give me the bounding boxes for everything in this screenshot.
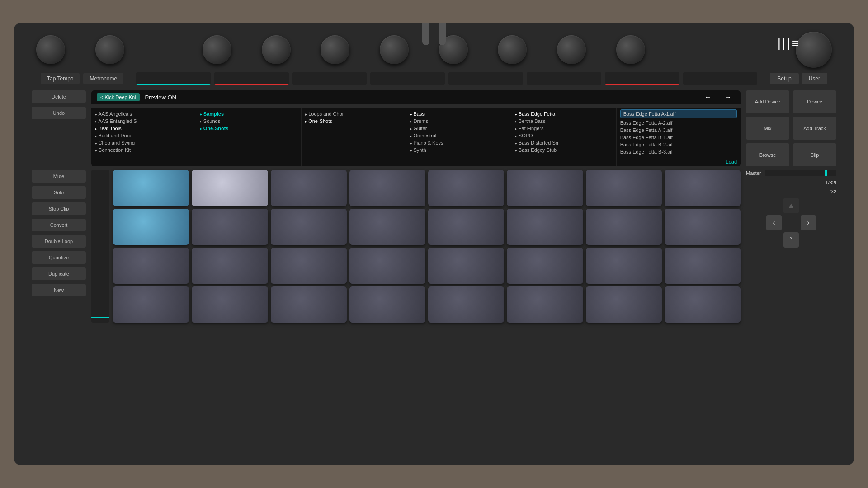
- knob-8[interactable]: [498, 35, 527, 64]
- pad-2-7[interactable]: [586, 209, 662, 245]
- browser-item-one-shots[interactable]: One-Shots: [200, 125, 297, 132]
- setup-button[interactable]: Setup: [770, 73, 798, 84]
- pad-2-3[interactable]: [271, 209, 347, 245]
- file-item-b1[interactable]: Bass Edge Fetta B-1.aif: [620, 134, 737, 141]
- touch-strip[interactable]: [91, 170, 109, 323]
- metronome-button[interactable]: Metronome: [83, 73, 123, 84]
- tap-tempo-button[interactable]: Tap Tempo: [41, 73, 80, 84]
- pad-3-1[interactable]: [113, 248, 189, 284]
- knob-10[interactable]: [616, 35, 645, 64]
- knob-right-large[interactable]: [796, 32, 832, 68]
- nav-down-button[interactable]: ˅: [783, 232, 799, 248]
- browser-item-orchestral[interactable]: Orchestral: [410, 132, 507, 139]
- pad-3-6[interactable]: [507, 248, 583, 284]
- file-item-b3[interactable]: Bass Edge Fetta B-3.aif: [620, 148, 737, 155]
- pad-2-1[interactable]: [113, 209, 189, 245]
- browser-item-aas-angelicals[interactable]: AAS Angelicals: [95, 110, 192, 117]
- browser-item-one-shots-2[interactable]: One-Shots: [305, 117, 402, 125]
- mix-button[interactable]: Mix: [746, 117, 789, 140]
- pad-3-8[interactable]: [665, 248, 741, 284]
- nav-left-button[interactable]: ←: [701, 93, 715, 101]
- knob-4[interactable]: [262, 35, 291, 64]
- convert-button[interactable]: Convert: [32, 219, 86, 231]
- pad-3-2[interactable]: [192, 248, 268, 284]
- nav-right-button[interactable]: →: [721, 93, 735, 101]
- fader-1[interactable]: [136, 72, 211, 85]
- pad-2-5[interactable]: [428, 209, 504, 245]
- fader-6[interactable]: [527, 72, 601, 85]
- browser-item-sqpo[interactable]: SQPO: [515, 132, 612, 139]
- pad-2-2[interactable]: [192, 209, 268, 245]
- pad-4-3[interactable]: [271, 286, 347, 323]
- file-item-a3[interactable]: Bass Edge Fetta A-3.aif: [620, 127, 737, 134]
- load-button[interactable]: Load: [620, 159, 737, 164]
- mute-button[interactable]: Mute: [32, 170, 86, 183]
- knob-2[interactable]: [95, 35, 124, 64]
- pad-1-8[interactable]: [665, 170, 741, 206]
- pad-1-2[interactable]: [192, 170, 268, 206]
- pad-1-6[interactable]: [507, 170, 583, 206]
- duplicate-button[interactable]: Duplicate: [32, 267, 86, 280]
- quantize-button[interactable]: Quantize: [32, 251, 86, 264]
- knob-5[interactable]: [321, 35, 349, 64]
- add-device-button[interactable]: Add Device: [746, 90, 789, 113]
- file-item-a2[interactable]: Bass Edge Fetta A-2.aif: [620, 119, 737, 127]
- pad-2-8[interactable]: [665, 209, 741, 245]
- browser-item-guitar[interactable]: Guitar: [410, 125, 507, 132]
- knob-3[interactable]: [203, 35, 231, 64]
- new-button[interactable]: New: [32, 284, 86, 296]
- browser-item-aas-entangled[interactable]: AAS Entangled S: [95, 117, 192, 125]
- browser-item-sounds[interactable]: Sounds: [200, 117, 297, 125]
- fader-2[interactable]: [214, 72, 289, 85]
- browser-item-beat-tools[interactable]: Beat Tools: [95, 125, 192, 132]
- browser-item-drums[interactable]: Drums: [410, 117, 507, 125]
- pad-4-5[interactable]: [428, 286, 504, 323]
- pad-3-3[interactable]: [271, 248, 347, 284]
- browse-button[interactable]: Browse: [746, 143, 789, 166]
- pad-4-2[interactable]: [192, 286, 268, 323]
- browser-item-bass-edgey[interactable]: Bass Edgey Stub: [515, 146, 612, 154]
- pad-1-1[interactable]: [113, 170, 189, 206]
- pad-4-8[interactable]: [665, 286, 741, 323]
- pad-3-5[interactable]: [428, 248, 504, 284]
- clip-button[interactable]: Clip: [793, 143, 836, 166]
- browser-item-build-drop[interactable]: Build and Drop: [95, 132, 192, 139]
- browser-item-piano-keys[interactable]: Piano & Keys: [410, 139, 507, 146]
- file-search-input[interactable]: [620, 109, 737, 118]
- master-fader[interactable]: [765, 170, 836, 176]
- browser-item-chop-swing[interactable]: Chop and Swing: [95, 139, 192, 146]
- nav-right-button[interactable]: ›: [801, 215, 816, 230]
- stop-clip-button[interactable]: Stop Clip: [32, 202, 86, 215]
- fader-4[interactable]: [370, 72, 445, 85]
- pad-1-3[interactable]: [271, 170, 347, 206]
- browser-item-loops[interactable]: Loops and Chor: [305, 110, 402, 117]
- pad-3-7[interactable]: [586, 248, 662, 284]
- browser-item-bass[interactable]: Bass: [410, 110, 507, 117]
- fader-5[interactable]: [448, 72, 523, 85]
- pad-3-4[interactable]: [349, 248, 425, 284]
- browser-item-bass-distorted[interactable]: Bass Distorted Sn: [515, 139, 612, 146]
- pad-1-7[interactable]: [586, 170, 662, 206]
- pad-2-4[interactable]: [349, 209, 425, 245]
- fader-7[interactable]: [605, 72, 679, 85]
- browser-item-fat-fingers[interactable]: Fat Fingers: [515, 125, 612, 132]
- nav-up-button[interactable]: ▲: [783, 198, 799, 213]
- undo-button[interactable]: Undo: [32, 107, 86, 119]
- delete-button[interactable]: Delete: [32, 90, 86, 103]
- pad-4-7[interactable]: [586, 286, 662, 323]
- file-item-b2[interactable]: Bass Edge Fetta B-2.aif: [620, 141, 737, 148]
- user-button[interactable]: User: [802, 73, 827, 84]
- fader-8[interactable]: [683, 72, 758, 85]
- browser-item-samples[interactable]: Samples: [200, 110, 297, 117]
- browser-item-synth[interactable]: Synth: [410, 146, 507, 154]
- knob-1[interactable]: [36, 35, 65, 64]
- fader-3[interactable]: [292, 72, 367, 85]
- browser-item-bass-edge-fetta[interactable]: Bass Edge Fetta: [515, 110, 612, 117]
- browser-item-connection-kit[interactable]: Connection Kit: [95, 146, 192, 154]
- double-loop-button[interactable]: Double Loop: [32, 235, 86, 248]
- pad-2-6[interactable]: [507, 209, 583, 245]
- nav-left-button[interactable]: ‹: [766, 215, 782, 230]
- device-button[interactable]: Device: [793, 90, 836, 113]
- browser-item-bertha-bass[interactable]: Bertha Bass: [515, 117, 612, 125]
- add-track-button[interactable]: Add Track: [793, 117, 836, 140]
